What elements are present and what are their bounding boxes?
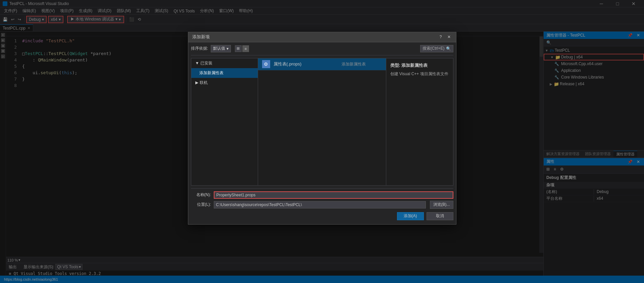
search-placeholder: 搜索(Ctrl+E)	[423, 46, 445, 51]
modal-location-input[interactable]	[214, 201, 426, 208]
modal-help-button[interactable]: ?	[438, 33, 443, 41]
modal-cancel-button[interactable]: 取消	[427, 212, 453, 220]
sort-value: 默认值	[213, 46, 225, 51]
view-icons: ⊞ ≡	[235, 45, 249, 52]
search-icon: 🔍	[446, 46, 451, 51]
modal-footer: 名称(N): 位置(L): 浏览(B)... 添加(A) 取消	[191, 188, 453, 222]
modal-location-label: 位置(L):	[191, 202, 211, 207]
sidebar-arrow-online: ▶	[195, 80, 198, 85]
modal-overlay: 添加新项 ? ✕ 排序依据: 默认值 ▾ ⊞ ≡ 搜索(Ctrl+E)	[0, 0, 644, 283]
sidebar-online[interactable]: ▶ 联机	[191, 78, 258, 88]
sort-label: 排序依据:	[191, 46, 208, 51]
modal-name-row: 名称(N):	[191, 191, 453, 199]
sidebar-add-props[interactable]: 添加新属性表	[191, 68, 258, 78]
props-file-icon: ⚙	[262, 60, 270, 68]
modal-header: 添加新项 ? ✕	[188, 32, 456, 42]
modal-item-type: 添加新属性表	[342, 61, 382, 67]
sort-dropdown[interactable]: 默认值 ▾	[211, 45, 231, 52]
sidebar-label-add-props: 添加新属性表	[199, 70, 224, 76]
modal-item-name: 属性表(.props)	[274, 61, 338, 67]
modal-item-props[interactable]: ⚙ 属性表(.props) 添加新属性表	[258, 58, 386, 70]
modal-items-list: ⚙ 属性表(.props) 添加新属性表	[258, 58, 386, 185]
sidebar-label-online: 联机	[200, 80, 208, 86]
modal-top-bar: 排序依据: 默认值 ▾ ⊞ ≡ 搜索(Ctrl+E) 🔍	[191, 45, 453, 55]
modal-body: 排序依据: 默认值 ▾ ⊞ ≡ 搜索(Ctrl+E) 🔍	[188, 42, 456, 224]
modal-name-input[interactable]	[214, 191, 453, 199]
modal-action-buttons: 添加(A) 取消	[191, 212, 453, 220]
modal-sidebar: ▼ 已安装 添加新属性表 ▶ 联机	[191, 58, 258, 186]
modal-name-label: 名称(N):	[191, 192, 211, 198]
modal-right-desc: 创建 Visual C++ 项目属性表文件	[390, 71, 449, 77]
modal-right-panel: 类型: 添加新属性表 创建 Visual C++ 项目属性表文件	[386, 58, 453, 186]
modal-main: ⚙ 属性表(.props) 添加新属性表	[258, 58, 386, 186]
modal-title: 添加新项	[192, 34, 210, 40]
sidebar-arrow-installed: ▼	[195, 61, 199, 65]
sidebar-label-installed: 已安装	[200, 60, 212, 66]
modal-content: ▼ 已安装 添加新属性表 ▶ 联机 ⚙	[191, 58, 453, 186]
modal-browse-button[interactable]: 浏览(B)...	[430, 201, 453, 209]
sidebar-installed[interactable]: ▼ 已安装	[191, 58, 258, 68]
search-box[interactable]: 搜索(Ctrl+E) 🔍	[420, 45, 453, 52]
view-list-icon[interactable]: ≡	[242, 45, 249, 52]
modal-close-button[interactable]: ✕	[446, 33, 452, 41]
modal-location-row: 位置(L): 浏览(B)...	[191, 201, 453, 209]
modal-add-button[interactable]: 添加(A)	[397, 212, 424, 220]
add-new-item-dialog: 添加新项 ? ✕ 排序依据: 默认值 ▾ ⊞ ≡ 搜索(Ctrl+E)	[188, 32, 456, 225]
modal-right-title: 类型: 添加新属性表	[390, 62, 449, 68]
view-grid-icon[interactable]: ⊞	[235, 45, 242, 52]
modal-header-controls: ? ✕	[438, 33, 452, 41]
sort-arrow-icon: ▾	[227, 46, 229, 51]
